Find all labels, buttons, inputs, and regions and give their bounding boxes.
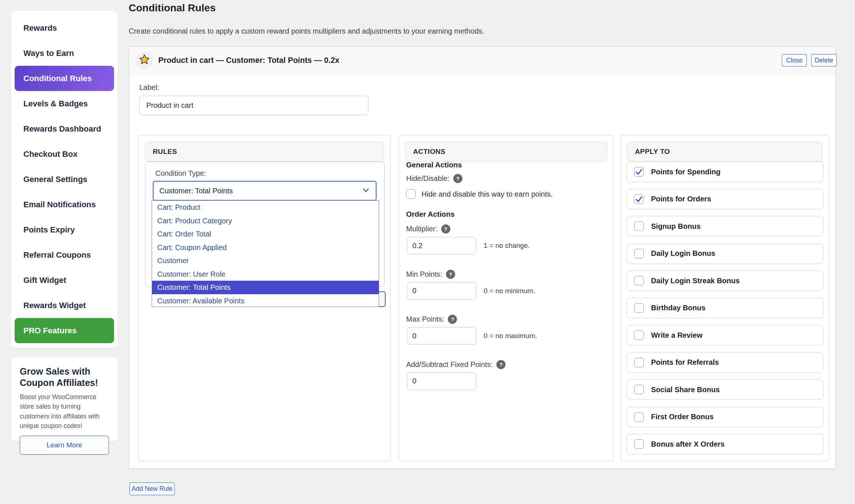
- chevron-down-icon: [362, 186, 370, 196]
- dropdown-option-customer-available-points[interactable]: Customer: Available Points: [152, 294, 379, 308]
- help-icon[interactable]: ?: [496, 360, 506, 369]
- field-input-max-points[interactable]: [407, 327, 476, 345]
- apply-checkbox-points-for-spending[interactable]: [634, 167, 644, 177]
- apply-item-first-order-bonus[interactable]: First Order Bonus: [627, 407, 824, 427]
- actions-panel: ACTIONS General Actions Hide/Disable: ? …: [398, 135, 614, 461]
- promo-card: Grow Sales with Coupon Affiliates! Boost…: [11, 357, 118, 442]
- field-label-min-points: Min Points:?: [406, 270, 455, 279]
- apply-to-panel-header: APPLY TO: [627, 142, 822, 162]
- field-note-multiplier: 1 = no change.: [484, 237, 530, 254]
- condition-type-selected-value: Customer: Total Points: [159, 187, 233, 195]
- star-icon: [139, 54, 150, 67]
- sidebar-item-gift-widget[interactable]: Gift Widget: [15, 268, 114, 293]
- apply-checkbox-birthday-bonus[interactable]: [634, 303, 644, 313]
- help-icon[interactable]: ?: [453, 174, 462, 183]
- dropdown-option-customer-total-points[interactable]: Customer: Total Points: [152, 281, 379, 294]
- apply-checkbox-bonus-after-x-orders[interactable]: [634, 439, 644, 449]
- apply-checkbox-points-for-orders[interactable]: [634, 194, 644, 204]
- apply-label: Points for Orders: [651, 195, 711, 203]
- field-label-max-points: Max Points:?: [406, 315, 457, 324]
- sidebar-item-rewards[interactable]: Rewards: [15, 15, 114, 41]
- rule-title: Product in cart — Customer: Total Points…: [158, 47, 339, 74]
- apply-checkbox-first-order-bonus[interactable]: [634, 412, 644, 422]
- label-input[interactable]: [139, 96, 368, 115]
- sidebar-item-conditional-rules[interactable]: Conditional Rules: [15, 66, 114, 91]
- promo-title: Grow Sales with Coupon Affiliates!: [20, 366, 109, 388]
- apply-item-daily-login-streak-bonus[interactable]: Daily Login Streak Bonus: [627, 270, 824, 291]
- condition-type-select[interactable]: Customer: Total Points: [153, 181, 377, 201]
- sidebar: RewardsWays to EarnConditional RulesLeve…: [11, 11, 118, 348]
- apply-item-daily-login-bonus[interactable]: Daily Login Bonus: [627, 243, 824, 264]
- dropdown-option-cart-order-total[interactable]: Cart: Order Total: [152, 227, 379, 241]
- hide-disable-checkbox-label: Hide and disable this way to earn points…: [421, 190, 553, 198]
- condition-type-dropdown: Cart: ProductCart: Product CategoryCart:…: [152, 200, 379, 307]
- sidebar-item-points-expiry[interactable]: Points Expiry: [15, 217, 114, 242]
- delete-button[interactable]: Delete: [811, 54, 837, 67]
- help-icon[interactable]: ?: [441, 224, 450, 234]
- condition-type-label: Condition Type:: [155, 169, 206, 178]
- apply-label: Social Share Bonus: [651, 386, 720, 394]
- field-note-min-points: 0 = no minimum.: [484, 282, 535, 300]
- promo-title-line2: Coupon Affiliates!: [20, 377, 109, 389]
- star-badge: [136, 52, 153, 69]
- apply-item-social-share-bonus[interactable]: Social Share Bonus: [627, 379, 824, 400]
- rule-card: Product in cart — Customer: Total Points…: [129, 46, 836, 469]
- label-field-caption: Label:: [139, 83, 159, 92]
- sidebar-item-email-notifications[interactable]: Email Notifications: [15, 192, 114, 217]
- apply-checkbox-daily-login-bonus[interactable]: [634, 249, 644, 258]
- apply-label: Signup Bonus: [651, 222, 701, 231]
- apply-label: Write a Review: [651, 331, 703, 340]
- field-input-multiplier[interactable]: [407, 237, 476, 254]
- apply-checkbox-signup-bonus[interactable]: [634, 221, 644, 231]
- apply-label: Points for Referrals: [651, 358, 719, 367]
- sidebar-item-pro-features[interactable]: PRO Features: [15, 318, 114, 343]
- hide-disable-checkbox[interactable]: [406, 189, 416, 199]
- promo-body: Boost your WooCommerce store sales by tu…: [20, 392, 109, 431]
- apply-item-write-a-review[interactable]: Write a Review: [627, 325, 824, 345]
- dropdown-option-cart-product[interactable]: Cart: Product: [152, 201, 379, 214]
- sidebar-item-referral-coupons[interactable]: Referral Coupons: [15, 242, 114, 268]
- apply-checkbox-write-a-review[interactable]: [634, 330, 644, 340]
- apply-to-panel: APPLY TO Points for SpendingPoints for O…: [620, 135, 829, 461]
- apply-label: Daily Login Bonus: [651, 249, 715, 258]
- page-title: Conditional Rules: [129, 2, 216, 14]
- sidebar-item-rewards-dashboard[interactable]: Rewards Dashboard: [15, 116, 114, 141]
- add-new-rule-button[interactable]: Add New Rule: [129, 482, 175, 495]
- apply-label: Birthday Bonus: [651, 304, 705, 312]
- apply-item-points-for-spending[interactable]: Points for Spending: [627, 162, 824, 182]
- sidebar-item-rewards-widget[interactable]: Rewards Widget: [15, 293, 114, 318]
- rules-panel: RULES Condition Type: Customer: Total Po…: [138, 135, 391, 461]
- field-note-max-points: 0 = no maximum.: [484, 327, 537, 345]
- apply-item-signup-bonus[interactable]: Signup Bonus: [627, 216, 824, 236]
- apply-item-birthday-bonus[interactable]: Birthday Bonus: [627, 298, 824, 318]
- general-actions-title: General Actions: [406, 161, 462, 169]
- learn-more-button[interactable]: Learn More: [20, 436, 109, 455]
- apply-item-bonus-after-x-orders[interactable]: Bonus after X Orders: [627, 434, 824, 454]
- page: RewardsWays to EarnConditional RulesLeve…: [0, 0, 855, 504]
- sidebar-item-checkout-box[interactable]: Checkout Box: [15, 141, 114, 167]
- field-input-add-subtract-fixed-points[interactable]: [407, 372, 476, 390]
- rule-card-header: Product in cart — Customer: Total Points…: [129, 47, 836, 74]
- dropdown-option-customer[interactable]: Customer: [152, 254, 379, 268]
- close-button[interactable]: Close: [782, 54, 807, 67]
- page-description: Create conditional rules to apply a cust…: [129, 27, 484, 35]
- apply-checkbox-daily-login-streak-bonus[interactable]: [634, 276, 644, 285]
- dropdown-option-cart-coupon-applied[interactable]: Cart: Coupon Applied: [152, 241, 379, 254]
- sidebar-item-ways-to-earn[interactable]: Ways to Earn: [15, 41, 114, 66]
- apply-checkbox-points-for-referrals[interactable]: [634, 358, 644, 367]
- apply-checkbox-social-share-bonus[interactable]: [634, 385, 644, 394]
- field-label-multiplier: Multiplier:?: [406, 224, 450, 234]
- dropdown-option-customer-user-role[interactable]: Customer: User Role: [152, 268, 379, 281]
- field-input-min-points[interactable]: [407, 282, 476, 300]
- dropdown-option-cart-product-category[interactable]: Cart: Product Category: [152, 214, 379, 228]
- apply-label: First Order Bonus: [651, 413, 714, 421]
- sidebar-item-levels-badges[interactable]: Levels & Badges: [15, 91, 114, 116]
- help-icon[interactable]: ?: [448, 315, 457, 324]
- field-label-add-subtract-fixed-points: Add/Subtract Fixed Points:?: [406, 360, 506, 369]
- apply-item-points-for-referrals[interactable]: Points for Referrals: [627, 352, 824, 373]
- apply-item-points-for-orders[interactable]: Points for Orders: [627, 189, 824, 209]
- help-icon[interactable]: ?: [446, 270, 455, 279]
- actions-panel-header: ACTIONS: [405, 142, 607, 162]
- order-actions-title: Order Actions: [406, 210, 455, 219]
- sidebar-item-general-settings[interactable]: General Settings: [15, 167, 114, 192]
